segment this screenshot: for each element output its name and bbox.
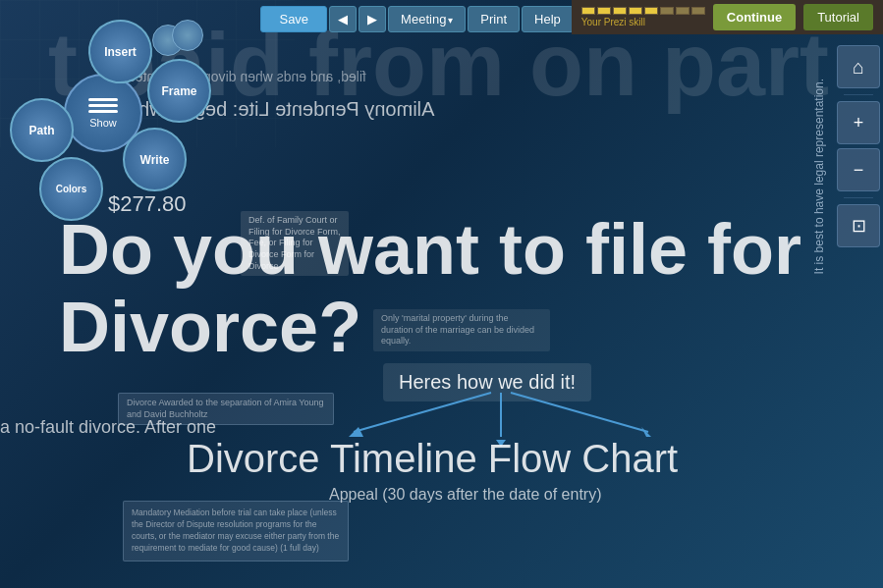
info-box-1: Def. of Family Court or Filing for Divor… <box>241 211 349 276</box>
bubble-line-1 <box>88 98 118 101</box>
skill-segment-3 <box>613 7 627 15</box>
redo-button[interactable]: ▶ <box>359 6 386 32</box>
fit-icon: ⊡ <box>852 215 866 237</box>
meeting-dropdown-arrow: ▾ <box>448 15 453 26</box>
fit-button[interactable]: ⊡ <box>837 204 880 247</box>
bubble-path[interactable]: Path <box>10 98 74 162</box>
zoom-out-button[interactable]: − <box>837 148 880 191</box>
canvas-area: t paid from on part Save ◀ ▶ Meeting▾ Pr… <box>0 0 883 588</box>
sidebar-divider-2 <box>844 197 873 198</box>
undo-button[interactable]: ◀ <box>329 6 357 32</box>
svg-marker-6 <box>641 427 651 437</box>
toolbar-center: Save ◀ ▶ Meeting▾ Print Help Exit <box>260 6 622 32</box>
skill-bar-container: Your Prezi skill <box>581 7 705 27</box>
info-box-4: Mandatory Mediation before trial can tak… <box>123 501 349 561</box>
skill-segment-6 <box>660 7 674 15</box>
bubble-line-3 <box>88 110 118 113</box>
bubble-line-2 <box>88 104 118 107</box>
bubble-colors[interactable]: Colors <box>39 157 103 221</box>
home-button[interactable]: ⌂ <box>837 45 880 88</box>
bubble-menu: Show Insert Frame Write Colors Path <box>10 20 226 236</box>
small-bubble-2 <box>172 20 203 51</box>
zoom-in-icon: + <box>854 113 864 134</box>
tutorial-button[interactable]: Tutorial <box>803 4 873 30</box>
skill-segment-1 <box>581 7 595 15</box>
skill-label: Your Prezi skill <box>581 17 645 27</box>
skill-segment-5 <box>644 7 658 15</box>
no-fault-text: a no-fault divorce. After one <box>0 417 216 438</box>
meeting-button[interactable]: Meeting▾ <box>388 6 466 32</box>
continue-button[interactable]: Continue <box>713 4 796 30</box>
save-button[interactable]: Save <box>260 6 327 32</box>
bubble-frame[interactable]: Frame <box>147 59 211 123</box>
right-sidebar: ⌂ + − ⊡ <box>834 37 883 588</box>
flow-chart-title: Divorce Timeline Flow Chart <box>187 437 678 481</box>
bubble-lines-icon <box>88 98 118 113</box>
heres-how-text: Heres how we did it! <box>383 363 591 401</box>
home-icon: ⌂ <box>853 56 864 79</box>
sidebar-divider-1 <box>844 94 873 95</box>
vertical-legal-text: It is best to have legal representation. <box>812 79 826 274</box>
print-button[interactable]: Print <box>468 6 520 32</box>
skill-bar <box>581 7 705 15</box>
bubble-center-label: Show <box>89 117 117 129</box>
skill-segment-2 <box>597 7 611 15</box>
zoom-out-icon: − <box>854 160 864 181</box>
info-box-2: Only 'marital property' during the durat… <box>373 309 550 351</box>
continue-panel: Your Prezi skill Continue Tutorial <box>572 0 883 34</box>
skill-segment-7 <box>676 7 690 15</box>
skill-segment-4 <box>629 7 642 15</box>
zoom-in-button[interactable]: + <box>837 101 880 144</box>
skill-segment-8 <box>691 7 705 15</box>
svg-marker-2 <box>349 427 363 437</box>
help-button[interactable]: Help <box>522 6 574 32</box>
bubble-write[interactable]: Write <box>123 128 187 191</box>
appeal-text: Appeal (30 days after the date of entry) <box>329 486 602 504</box>
